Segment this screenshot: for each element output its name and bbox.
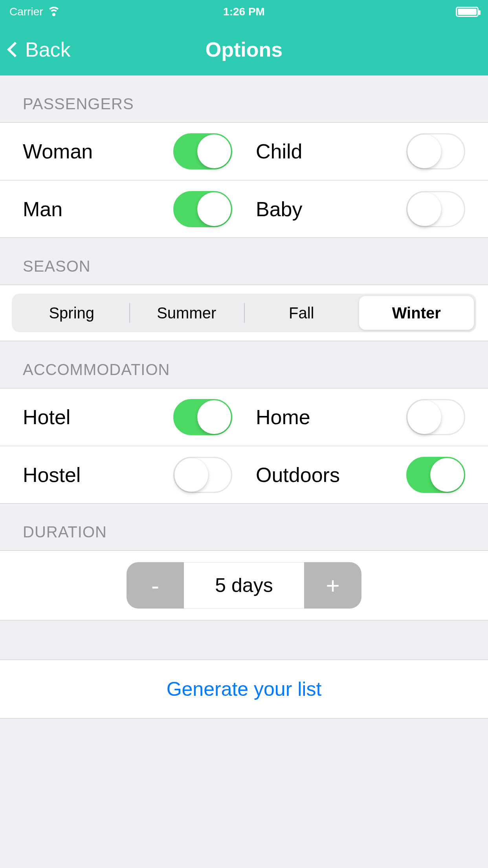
hostel-toggle[interactable] [173, 457, 232, 493]
woman-toggle[interactable] [173, 133, 232, 169]
outdoors-toggle[interactable] [406, 457, 465, 493]
season-summer[interactable]: Summer [129, 296, 244, 330]
baby-label: Baby [256, 197, 303, 221]
woman-label: Woman [23, 140, 93, 163]
baby-toggle[interactable] [406, 191, 465, 227]
accommodation-group: Hotel Home Hostel Outdoors [0, 388, 488, 504]
chevron-left-icon [7, 42, 23, 57]
carrier-label: Carrier [9, 6, 43, 18]
hotel-label: Hotel [23, 405, 70, 429]
season-group: Spring Summer Fall Winter [0, 285, 488, 341]
child-toggle[interactable] [406, 133, 465, 169]
passengers-row-1: Woman Child [0, 123, 488, 180]
page-title: Options [205, 38, 283, 61]
hostel-label: Hostel [23, 463, 81, 487]
home-label: Home [256, 405, 310, 429]
battery-icon [456, 7, 479, 17]
section-header-accommodation: ACCOMMODATION [0, 341, 488, 388]
accommodation-row-2: Hostel Outdoors [0, 446, 488, 503]
child-label: Child [256, 140, 303, 163]
home-toggle[interactable] [406, 399, 465, 435]
duration-stepper: - 5 days + [127, 562, 361, 609]
status-bar: Carrier 1:26 PM [0, 0, 488, 24]
duration-value: 5 days [184, 562, 304, 609]
accommodation-row-1: Hotel Home [0, 388, 488, 446]
man-toggle[interactable] [173, 191, 232, 227]
passengers-group: Woman Child Man Baby [0, 122, 488, 238]
duration-increment-button[interactable]: + [304, 562, 361, 609]
section-header-passengers: PASSENGERS [0, 75, 488, 122]
hotel-toggle[interactable] [173, 399, 232, 435]
section-header-season: SEASON [0, 238, 488, 285]
back-button[interactable]: Back [9, 24, 71, 75]
wifi-icon [47, 7, 61, 17]
section-header-duration: DURATION [0, 504, 488, 550]
duration-group: - 5 days + [0, 550, 488, 620]
season-segmented-control: Spring Summer Fall Winter [12, 294, 476, 332]
duration-decrement-button[interactable]: - [127, 562, 184, 609]
outdoors-label: Outdoors [256, 463, 340, 487]
passengers-row-2: Man Baby [0, 180, 488, 237]
back-label: Back [25, 38, 71, 61]
generate-group: Generate your list [0, 660, 488, 719]
status-time: 1:26 PM [223, 6, 265, 18]
season-winter[interactable]: Winter [359, 296, 474, 330]
generate-button[interactable]: Generate your list [0, 660, 488, 718]
season-fall[interactable]: Fall [244, 296, 359, 330]
man-label: Man [23, 197, 62, 221]
nav-bar: Back Options [0, 24, 488, 75]
season-spring[interactable]: Spring [14, 296, 129, 330]
